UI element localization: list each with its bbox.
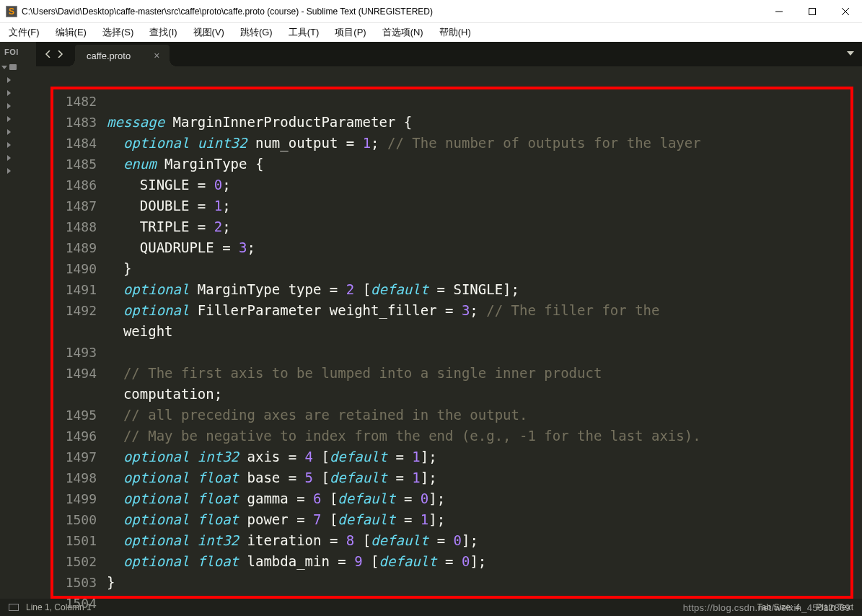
svg-rect-1 <box>809 8 816 14</box>
sidebar-header: FOl <box>0 46 36 61</box>
nav-back-icon[interactable] <box>43 49 53 59</box>
window-controls <box>762 0 862 23</box>
watermark: https://blog.csdn.net/weixin_45012869 <box>683 602 850 613</box>
chevron-right-icon <box>7 168 11 174</box>
editor[interactable]: 1482148314841485148614871488148914901491… <box>50 87 853 599</box>
tab-caffe-proto[interactable]: caffe.proto × <box>75 45 170 66</box>
close-button[interactable] <box>829 0 862 23</box>
tree-row[interactable] <box>0 164 36 177</box>
panel-icon[interactable] <box>9 604 19 611</box>
tree-row[interactable] <box>0 113 36 126</box>
menu-goto[interactable]: 跳转(G) <box>236 25 277 40</box>
menu-select[interactable]: 选择(S) <box>98 25 138 40</box>
chevron-right-icon <box>7 155 11 161</box>
tree-row[interactable] <box>0 151 36 164</box>
tabbar-overflow-icon[interactable] <box>846 48 855 61</box>
tree-row[interactable] <box>0 138 36 151</box>
menu-help[interactable]: 帮助(H) <box>435 25 475 40</box>
maximize-button[interactable] <box>796 0 829 23</box>
menu-view[interactable]: 视图(V) <box>189 25 229 40</box>
menubar: 文件(F) 编辑(E) 选择(S) 查找(I) 视图(V) 跳转(G) 工具(T… <box>0 23 862 42</box>
menu-file[interactable]: 文件(F) <box>4 25 44 40</box>
nav-arrows <box>43 42 65 66</box>
chevron-down-icon <box>1 66 7 69</box>
window-title: C:\Users\David\Desktop\caffe-master\src\… <box>22 6 762 17</box>
tree-row[interactable] <box>0 126 36 138</box>
chevron-right-icon <box>7 116 11 122</box>
nav-forward-icon[interactable] <box>55 49 65 59</box>
chevron-right-icon <box>7 142 11 148</box>
chevron-right-icon <box>7 129 11 135</box>
chevron-right-icon <box>7 103 11 109</box>
menu-tools[interactable]: 工具(T) <box>284 25 324 40</box>
tree-row[interactable] <box>0 100 36 113</box>
app-icon: S <box>6 6 17 17</box>
workspace: FOl <box>0 42 862 599</box>
gutter: 1482148314841485148614871488148914901491… <box>53 89 107 596</box>
editor-wrap: 1482148314841485148614871488148914901491… <box>36 66 862 599</box>
minimize-button[interactable] <box>762 0 796 23</box>
chevron-right-icon <box>7 77 11 83</box>
code-area[interactable]: message MarginInnerProductParameter { op… <box>107 89 850 596</box>
menu-edit[interactable]: 编辑(E) <box>51 25 91 40</box>
tree-row[interactable] <box>0 87 36 100</box>
folder-icon <box>9 64 17 70</box>
menu-prefs[interactable]: 首选项(N) <box>378 25 428 40</box>
tab-label: caffe.proto <box>87 50 131 61</box>
chevron-right-icon <box>7 90 11 96</box>
main: caffe.proto × 14821483148414851486148714… <box>36 42 862 599</box>
tree-row[interactable] <box>0 61 36 74</box>
titlebar: S C:\Users\David\Desktop\caffe-master\sr… <box>0 0 862 23</box>
sidebar[interactable]: FOl <box>0 42 36 599</box>
menu-project[interactable]: 项目(P) <box>330 25 370 40</box>
tabbar: caffe.proto × <box>36 42 862 66</box>
menu-find[interactable]: 查找(I) <box>145 25 181 40</box>
tab-close-icon[interactable]: × <box>154 50 159 61</box>
tree-row[interactable] <box>0 74 36 87</box>
